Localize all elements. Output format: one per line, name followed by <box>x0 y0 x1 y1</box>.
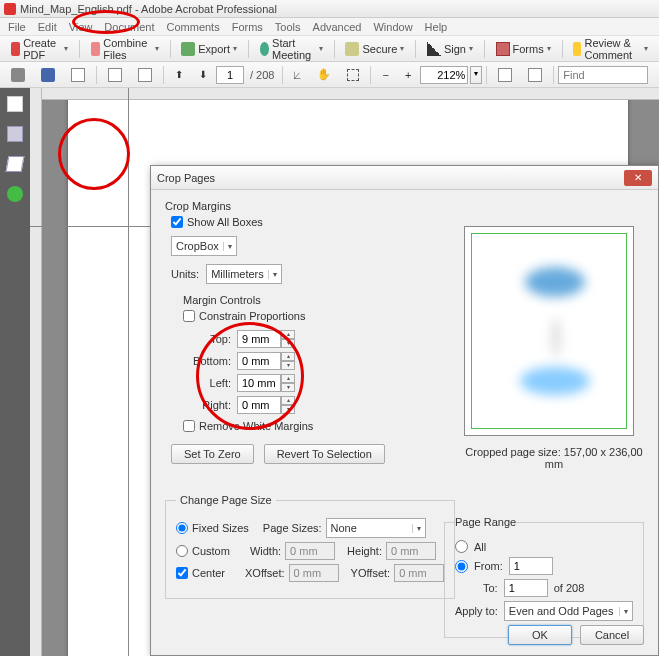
menu-tools[interactable]: Tools <box>269 21 307 33</box>
forms-button[interactable]: Forms▾ <box>489 39 558 59</box>
left-down[interactable]: ▾ <box>281 383 295 392</box>
crop-preview: Cropped page size: 157,00 x 236,00 mm <box>464 226 644 470</box>
zoom-out-button[interactable]: − <box>375 66 395 84</box>
dialog-close-button[interactable]: ✕ <box>624 170 652 186</box>
page-sizes-select[interactable]: None▾ <box>326 518 426 538</box>
zoom-dropdown[interactable]: ▾ <box>470 66 482 84</box>
two-page-button[interactable] <box>131 65 159 85</box>
fixed-sizes-radio[interactable] <box>176 522 188 534</box>
pdf-icon <box>11 42 20 56</box>
review-comment-button[interactable]: Review & Comment▾ <box>566 34 655 64</box>
export-button[interactable]: Export▾ <box>174 39 244 59</box>
right-down[interactable]: ▾ <box>281 405 295 414</box>
menu-comments[interactable]: Comments <box>161 21 226 33</box>
pages-panel-icon[interactable] <box>7 96 23 112</box>
preview-content-1 <box>525 267 585 297</box>
from-label: From: <box>474 560 503 572</box>
cancel-button[interactable]: Cancel <box>580 625 644 645</box>
marquee-icon <box>347 69 359 81</box>
xoffset-value: 0 mm <box>289 564 339 582</box>
top-spinner[interactable]: ▴▾ <box>237 330 295 348</box>
show-all-boxes-label: Show All Boxes <box>187 216 263 228</box>
plus-icon: + <box>405 69 411 81</box>
change-page-size-group: Change Page Size Fixed Sizes Page Sizes:… <box>165 494 455 599</box>
to-input[interactable] <box>504 579 548 597</box>
prev-page-button[interactable]: ⬆ <box>168 66 190 83</box>
page-number-input[interactable] <box>216 66 244 84</box>
save-button[interactable] <box>34 65 62 85</box>
signatures-panel-icon[interactable] <box>6 156 25 172</box>
select-tool-button[interactable]: ⟀ <box>287 66 308 84</box>
page-view-button[interactable] <box>101 65 129 85</box>
yoffset-label: YOffset: <box>351 567 391 579</box>
left-spinner[interactable]: ▴▾ <box>237 374 295 392</box>
menu-edit[interactable]: Edit <box>32 21 63 33</box>
left-input[interactable] <box>237 374 281 392</box>
sign-button[interactable]: Sign▾ <box>420 39 480 59</box>
units-select[interactable]: Millimeters▾ <box>206 264 282 284</box>
top-down[interactable]: ▾ <box>281 339 295 348</box>
zoom-in-button[interactable]: + <box>398 66 418 84</box>
ok-button[interactable]: OK <box>508 625 572 645</box>
help-panel-icon[interactable] <box>7 186 23 202</box>
preview-crop-rect <box>471 233 627 429</box>
toolbar-primary: Create PDF▾ Combine Files▾ Export▾ Start… <box>0 36 659 62</box>
menu-document[interactable]: Document <box>98 21 160 33</box>
menu-file[interactable]: File <box>2 21 32 33</box>
apply-to-select[interactable]: Even and Odd Pages▾ <box>504 601 633 621</box>
dialog-titlebar[interactable]: Crop Pages ✕ <box>151 166 658 190</box>
box-type-select[interactable]: CropBox▾ <box>171 236 237 256</box>
marquee-tool-button[interactable] <box>340 66 366 84</box>
left-label: Left: <box>183 377 231 389</box>
menu-advanced[interactable]: Advanced <box>307 21 368 33</box>
left-up[interactable]: ▴ <box>281 374 295 383</box>
printer-icon <box>11 68 25 82</box>
custom-radio[interactable] <box>176 545 188 557</box>
sign-label: Sign <box>444 43 466 55</box>
app-icon <box>4 3 16 15</box>
remove-white-input[interactable] <box>183 420 195 432</box>
top-input[interactable] <box>237 330 281 348</box>
bottom-down[interactable]: ▾ <box>281 361 295 370</box>
center-checkbox[interactable] <box>176 567 188 579</box>
combine-files-button[interactable]: Combine Files▾ <box>84 34 166 64</box>
zoom-input[interactable] <box>420 66 468 84</box>
revert-button[interactable]: Revert To Selection <box>264 444 385 464</box>
of-total-label: of 208 <box>554 582 585 594</box>
set-to-zero-button[interactable]: Set To Zero <box>171 444 254 464</box>
from-radio[interactable] <box>455 560 468 573</box>
guide-vertical[interactable] <box>128 88 129 656</box>
right-up[interactable]: ▴ <box>281 396 295 405</box>
all-radio[interactable] <box>455 540 468 553</box>
find-input[interactable] <box>558 66 648 84</box>
mail-button[interactable] <box>64 65 92 85</box>
bottom-up[interactable]: ▴ <box>281 352 295 361</box>
fit-page-button[interactable] <box>521 65 549 85</box>
start-meeting-button[interactable]: Start Meeting▾ <box>253 34 330 64</box>
titlebar: Mind_Map_English.pdf - Adobe Acrobat Pro… <box>0 0 659 18</box>
create-pdf-button[interactable]: Create PDF▾ <box>4 34 75 64</box>
right-spinner[interactable]: ▴▾ <box>237 396 295 414</box>
from-input[interactable] <box>509 557 553 575</box>
bottom-input[interactable] <box>237 352 281 370</box>
menu-help[interactable]: Help <box>419 21 454 33</box>
menu-window[interactable]: Window <box>367 21 418 33</box>
print-button[interactable] <box>4 65 32 85</box>
menu-forms[interactable]: Forms <box>226 21 269 33</box>
crop-margins-label: Crop Margins <box>165 200 644 212</box>
arrow-down-icon: ⬇ <box>199 69 207 80</box>
forms-label: Forms <box>513 43 544 55</box>
height-value: 0 mm <box>386 542 436 560</box>
bookmarks-panel-icon[interactable] <box>7 126 23 142</box>
hand-tool-button[interactable]: ✋ <box>310 65 338 84</box>
fit-width-button[interactable] <box>491 65 519 85</box>
right-input[interactable] <box>237 396 281 414</box>
show-all-boxes-input[interactable] <box>171 216 183 228</box>
next-page-button[interactable]: ⬇ <box>192 66 214 83</box>
bottom-spinner[interactable]: ▴▾ <box>237 352 295 370</box>
menu-view[interactable]: View <box>63 21 99 33</box>
minus-icon: − <box>382 69 388 81</box>
constrain-input[interactable] <box>183 310 195 322</box>
secure-button[interactable]: Secure▾ <box>338 39 411 59</box>
top-up[interactable]: ▴ <box>281 330 295 339</box>
